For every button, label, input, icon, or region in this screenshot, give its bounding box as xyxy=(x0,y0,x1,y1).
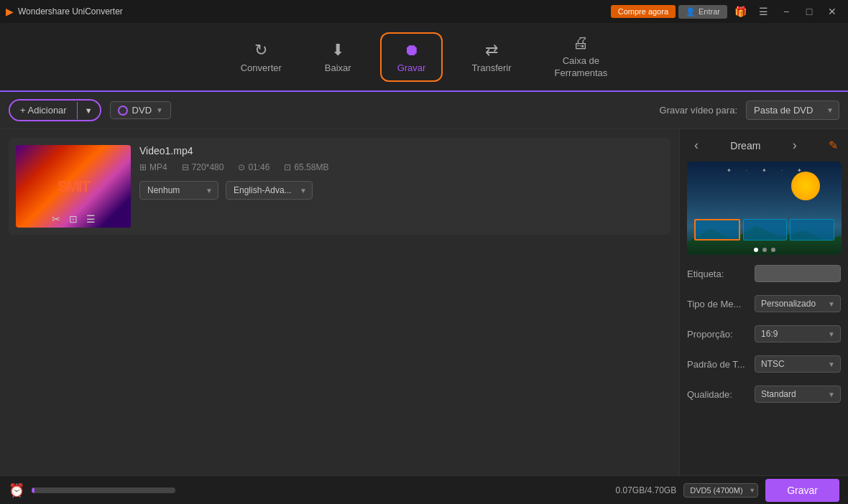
chapter-select[interactable]: Nenhum Automático Manual xyxy=(139,181,218,200)
duration-icon: ⊙ xyxy=(238,162,245,172)
titlebar: ▶ Wondershare UniConverter Compre agora … xyxy=(0,0,848,23)
dvd-size-select[interactable]: DVD5 (4700M) DVD9 (8500M) xyxy=(683,483,758,498)
progress-bar xyxy=(32,487,175,493)
add-dropdown-button[interactable]: ▼ xyxy=(77,102,100,119)
prev-theme-button[interactable]: ‹ xyxy=(690,136,703,154)
output-label: Gravar vídeo para: xyxy=(660,105,737,116)
preview-slides xyxy=(694,219,834,241)
app-title: Wondershare UniConverter xyxy=(18,6,123,17)
app-logo-icon: ▶ xyxy=(6,6,14,17)
qualidade-label: Qualidade: xyxy=(687,389,732,400)
transferir-icon: ⇄ xyxy=(485,41,498,60)
menu-button[interactable]: ☰ xyxy=(753,4,773,19)
preview-stars: ✦·✦·✦ xyxy=(687,167,842,174)
dvd-selector[interactable]: DVD ▼ xyxy=(110,101,171,119)
preview-slide-3 xyxy=(790,219,834,241)
dvd-circle-icon xyxy=(118,106,128,116)
close-button[interactable]: ✕ xyxy=(822,4,842,19)
maximize-button[interactable]: □ xyxy=(799,4,819,19)
crop-icon[interactable]: ⊡ xyxy=(69,213,78,225)
theme-navigator: ‹ Dream › ✎ xyxy=(687,136,841,154)
thumbnail-controls: ✂ ⊡ ☰ xyxy=(16,213,131,225)
etiqueta-label: Etiqueta: xyxy=(687,269,724,279)
theme-name: Dream xyxy=(730,140,760,151)
etiqueta-row: Etiqueta: xyxy=(687,262,841,285)
titlebar-left: ▶ Wondershare UniConverter xyxy=(6,6,123,17)
nav-label-ferramentas: Caixa deFerramentas xyxy=(555,55,608,80)
preview-slide-1 xyxy=(694,219,740,241)
scissors-icon[interactable]: ✂ xyxy=(52,213,60,225)
file-list: SMIT ✂ ⊡ ☰ Video1.mp4 ⊞ MP4 xyxy=(0,129,679,475)
preview-dot-1 xyxy=(754,248,758,252)
size-meta: ⊡ 65.58MB xyxy=(284,162,328,172)
preview-dot-2 xyxy=(762,248,767,252)
tipo-select[interactable]: Personalizado Padrão xyxy=(755,295,841,312)
preview-slide-2 xyxy=(743,219,788,241)
dvd-label: DVD xyxy=(132,105,152,116)
progress-bar-fill xyxy=(32,487,34,493)
toolbar: + Adicionar ▼ DVD ▼ Gravar vídeo para: P… xyxy=(0,92,848,129)
nav-label-gravar: Gravar xyxy=(397,62,426,73)
theme-preview: ✦·✦·✦ xyxy=(687,162,842,255)
size-icon: ⊡ xyxy=(284,162,291,172)
output-select-wrap: Pasta de DVD ISO Disco DVD xyxy=(746,101,839,120)
proporcao-select[interactable]: 16:9 4:3 xyxy=(755,325,841,342)
nav-label-transferir: Transferir xyxy=(471,62,511,73)
burn-button[interactable]: Gravar xyxy=(765,479,839,502)
dvd-size-wrap: DVD5 (4700M) DVD9 (8500M) xyxy=(683,483,758,498)
thumbnail: SMIT ✂ ⊡ ☰ xyxy=(16,145,131,228)
qualidade-select[interactable]: Standard High Ultra xyxy=(755,386,841,403)
ferramentas-icon: 🖨 xyxy=(573,34,589,52)
format-icon: ⊞ xyxy=(139,162,147,172)
user-icon: 👤 xyxy=(686,7,696,17)
nav-label-converter: Converter xyxy=(241,62,282,73)
format-meta: ⊞ MP4 xyxy=(139,162,167,172)
minimize-button[interactable]: − xyxy=(776,4,796,19)
edit-theme-button[interactable]: ✎ xyxy=(829,139,838,152)
buy-button[interactable]: Compre agora xyxy=(611,5,676,18)
nav-item-baixar[interactable]: ⬇ Baixar xyxy=(310,35,366,79)
etiqueta-input[interactable] xyxy=(755,265,841,282)
gravar-icon: ⏺ xyxy=(404,41,420,60)
nav-item-transferir[interactable]: ⇄ Transferir xyxy=(457,35,525,79)
add-button[interactable]: + Adicionar xyxy=(10,101,77,120)
storage-info: 0.07GB/4.70GB xyxy=(615,485,676,495)
nav-label-baixar: Baixar xyxy=(325,62,351,73)
proporcao-select-wrap: 16:9 4:3 xyxy=(755,325,841,342)
audio-select[interactable]: English-Adva... Português Espanhol xyxy=(226,181,313,200)
baixar-icon: ⬇ xyxy=(331,41,344,60)
next-theme-button[interactable]: › xyxy=(788,136,801,154)
preview-moon xyxy=(791,172,820,200)
audio-select-wrap: English-Adva... Português Espanhol xyxy=(226,181,313,200)
preview-dot-3 xyxy=(771,248,775,252)
preview-dots xyxy=(687,248,842,252)
main-area: SMIT ✂ ⊡ ☰ Video1.mp4 ⊞ MP4 xyxy=(0,129,848,475)
tipo-label: Tipo de Me... xyxy=(687,299,741,309)
nav-item-converter[interactable]: ↻ Converter xyxy=(226,35,296,79)
proporcao-row: Proporção: 16:9 4:3 xyxy=(687,322,841,345)
resolution-meta: ⊟ 720*480 xyxy=(182,162,224,172)
resolution-icon: ⊟ xyxy=(182,162,189,172)
proporcao-label: Proporção: xyxy=(687,329,733,340)
titlebar-right: Compre agora 👤 Entrar 🎁 ☰ − □ ✕ xyxy=(611,4,842,19)
padrao-select[interactable]: NTSC PAL xyxy=(755,355,841,373)
dvd-dropdown-icon: ▼ xyxy=(156,106,163,114)
alarm-icon: ⏰ xyxy=(9,482,24,498)
nav-item-ferramentas[interactable]: 🖨 Caixa deFerramentas xyxy=(540,28,622,85)
tipo-row: Tipo de Me... Personalizado Padrão xyxy=(687,292,841,315)
qualidade-row: Qualidade: Standard High Ultra xyxy=(687,383,841,406)
converter-icon: ↻ xyxy=(254,41,267,60)
nav-item-gravar[interactable]: ⏺ Gravar xyxy=(380,32,443,82)
padrao-select-wrap: NTSC PAL xyxy=(755,355,841,373)
settings-icon[interactable]: ☰ xyxy=(86,213,96,225)
padrao-row: Padrão de T... NTSC PAL xyxy=(687,353,841,375)
file-info: Video1.mp4 ⊞ MP4 ⊟ 720*480 ⊙ 01:46 xyxy=(139,145,663,200)
output-select[interactable]: Pasta de DVD ISO Disco DVD xyxy=(746,101,839,120)
gift-button[interactable]: 🎁 xyxy=(730,4,750,19)
duration-meta: ⊙ 01:46 xyxy=(238,162,269,172)
file-name: Video1.mp4 xyxy=(139,145,663,157)
padrao-label: Padrão de T... xyxy=(687,359,745,370)
file-meta: ⊞ MP4 ⊟ 720*480 ⊙ 01:46 ⊡ 65.58MB xyxy=(139,162,663,172)
bottombar: ⏰ 0.07GB/4.70GB DVD5 (4700M) DVD9 (8500M… xyxy=(0,475,848,504)
login-button[interactable]: 👤 Entrar xyxy=(678,5,727,19)
